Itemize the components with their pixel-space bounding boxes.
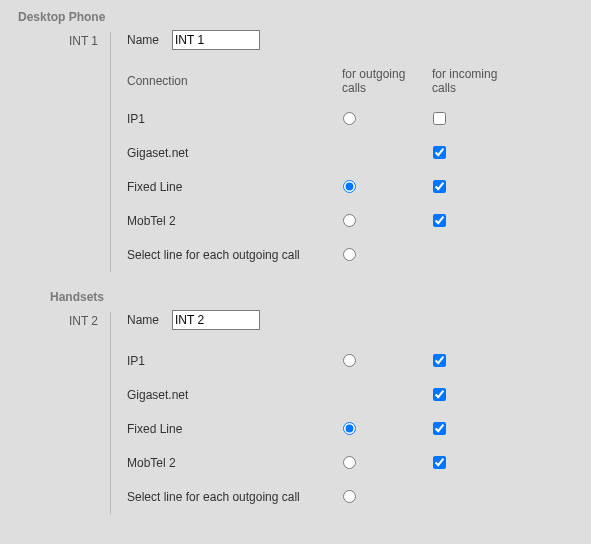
row-int2-mobtel2: MobTel 2	[127, 446, 591, 480]
radio-int1-fixedline-outgoing[interactable]	[343, 180, 356, 193]
radio-int2-mobtel2-outgoing[interactable]	[343, 456, 356, 469]
header-incoming: for incoming calls	[432, 67, 522, 95]
label-int1-ip1: IP1	[127, 112, 342, 126]
checkbox-int2-ip1-incoming[interactable]	[433, 354, 446, 367]
row-int2-select: Select line for each outgoing call	[127, 480, 591, 514]
header-outgoing: for outgoing calls	[342, 67, 432, 95]
row-int2-ip1: IP1	[127, 344, 591, 378]
name-label-int2: Name	[127, 313, 172, 327]
radio-int1-mobtel2-outgoing[interactable]	[343, 214, 356, 227]
device-block-int2: INT 2 Name IP1 Gigaset.net Fixed Line	[0, 310, 591, 514]
radio-int1-select-outgoing[interactable]	[343, 248, 356, 261]
radio-int1-ip1-outgoing[interactable]	[343, 112, 356, 125]
checkbox-int1-gigaset-incoming[interactable]	[433, 146, 446, 159]
label-int1-gigaset: Gigaset.net	[127, 146, 342, 160]
checkbox-int2-fixedline-incoming[interactable]	[433, 422, 446, 435]
label-int2-mobtel2: MobTel 2	[127, 456, 342, 470]
section-title-desktop-phone: Desktop Phone	[18, 10, 591, 24]
checkbox-int2-mobtel2-incoming[interactable]	[433, 456, 446, 469]
name-input-int1[interactable]	[172, 30, 260, 50]
label-int2-gigaset: Gigaset.net	[127, 388, 342, 402]
label-int1-fixedline: Fixed Line	[127, 180, 342, 194]
row-int1-fixedline: Fixed Line	[127, 170, 591, 204]
label-int2-fixedline: Fixed Line	[127, 422, 342, 436]
row-int2-gigaset: Gigaset.net	[127, 378, 591, 412]
int2-label: INT 2	[69, 314, 110, 328]
row-int1-ip1: IP1	[127, 102, 591, 136]
radio-int2-fixedline-outgoing[interactable]	[343, 422, 356, 435]
checkbox-int1-fixedline-incoming[interactable]	[433, 180, 446, 193]
name-label-int1: Name	[127, 33, 172, 47]
name-input-int2[interactable]	[172, 310, 260, 330]
checkbox-int1-mobtel2-incoming[interactable]	[433, 214, 446, 227]
left-label-int1: INT 1	[0, 30, 110, 48]
int1-label: INT 1	[69, 34, 110, 48]
header-connection: Connection	[127, 74, 342, 88]
row-int2-fixedline: Fixed Line	[127, 412, 591, 446]
label-int2-ip1: IP1	[127, 354, 342, 368]
label-int1-select: Select line for each outgoing call	[127, 248, 342, 262]
checkbox-int2-gigaset-incoming[interactable]	[433, 388, 446, 401]
row-int1-select: Select line for each outgoing call	[127, 238, 591, 272]
radio-int2-ip1-outgoing[interactable]	[343, 354, 356, 367]
checkbox-int1-ip1-incoming[interactable]	[433, 112, 446, 125]
device-block-int1: INT 1 Name Connection for outgoing calls…	[0, 30, 591, 272]
label-int2-select: Select line for each outgoing call	[127, 490, 342, 504]
left-label-int2: INT 2	[0, 310, 110, 328]
label-int1-mobtel2: MobTel 2	[127, 214, 342, 228]
radio-int2-select-outgoing[interactable]	[343, 490, 356, 503]
row-int1-mobtel2: MobTel 2	[127, 204, 591, 238]
section-title-handsets: Handsets	[50, 290, 591, 304]
row-int1-gigaset: Gigaset.net	[127, 136, 591, 170]
